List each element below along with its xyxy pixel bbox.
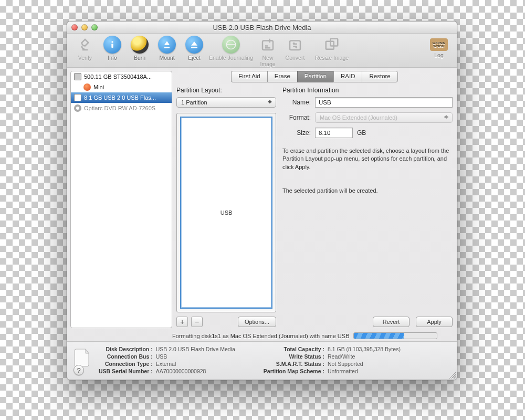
burn-icon: [131, 36, 149, 54]
new-image-icon: [259, 36, 277, 54]
partition-name-input[interactable]: [315, 97, 453, 108]
tab-erase[interactable]: Erase: [267, 71, 297, 82]
partition-size-input[interactable]: [315, 128, 353, 138]
optical-drive-icon: [74, 104, 81, 112]
resize-image-toolbar-button[interactable]: Resize Image: [309, 36, 355, 61]
disk-sidebar: 500.11 GB ST3500418A... Mini 8.1 GB USB …: [70, 71, 172, 328]
svg-rect-5: [290, 41, 300, 50]
progress-bar: [353, 332, 437, 339]
format-select[interactable]: Mac OS Extended (Journaled): [315, 112, 453, 123]
tab-restore[interactable]: Restore: [362, 71, 397, 82]
hard-drive-icon: [74, 73, 81, 80]
external-drive-icon: [74, 94, 81, 101]
resize-icon: [323, 36, 341, 54]
progress-status-text: Formatting disk1s1 as Mac OS Extended (J…: [172, 333, 349, 339]
add-partition-button[interactable]: +: [176, 317, 188, 327]
window-controls: [71, 24, 98, 30]
help-button[interactable]: ?: [74, 365, 84, 375]
new-image-toolbar-button[interactable]: New Image: [254, 36, 281, 67]
format-label: Format:: [282, 114, 311, 121]
tab-partition[interactable]: Partition: [297, 71, 333, 82]
partition-options-button[interactable]: Options...: [238, 317, 276, 327]
remove-partition-button[interactable]: −: [191, 317, 203, 327]
info-icon: [103, 36, 121, 54]
eject-toolbar-button[interactable]: Eject: [181, 36, 208, 61]
tab-bar: First Aid Erase Partition RAID Restore: [175, 71, 454, 82]
partition-layout-select[interactable]: 1 Partition: [176, 97, 276, 108]
titlebar: USB 2.0 USB Flash Drive Media: [67, 22, 457, 34]
microscope-icon: [76, 36, 94, 54]
eject-icon: [185, 36, 203, 54]
progress-fill: [354, 333, 404, 339]
log-toolbar-button[interactable]: WARNINW7E50! Log: [425, 36, 453, 58]
enable-journaling-toolbar-button[interactable]: Enable Journaling: [208, 36, 254, 61]
log-icon: WARNINW7E50!: [430, 38, 448, 51]
minimize-window-button[interactable]: [81, 24, 88, 30]
svg-point-0: [111, 41, 113, 43]
partition-help-text-1: To erase and partition the selected disk…: [282, 147, 453, 171]
partition-layout-section: Partition Layout: 1 Partition USB + − Op…: [176, 87, 276, 327]
size-unit: GB: [357, 129, 366, 136]
sidebar-disk-usb[interactable]: 8.1 GB USB 2.0 USB Flas...: [71, 92, 172, 103]
mount-icon: [158, 36, 176, 54]
partition-help-text-2: The selected partition will be created.: [282, 187, 453, 195]
burn-toolbar-button[interactable]: Burn: [126, 36, 153, 61]
volume-icon: [83, 83, 91, 91]
mount-toolbar-button[interactable]: Mount: [153, 36, 181, 61]
journaling-icon: [222, 36, 240, 54]
footer: Disk Description : USB 2.0 USB Flash Dri…: [67, 341, 457, 380]
zoom-window-button[interactable]: [91, 24, 98, 30]
sidebar-disk-dvd[interactable]: Optiarc DVD RW AD-7260S: [71, 103, 172, 113]
convert-icon: [286, 36, 304, 54]
convert-toolbar-button[interactable]: Convert: [281, 36, 309, 61]
resize-grip[interactable]: [448, 371, 456, 379]
tab-first-aid[interactable]: First Aid: [231, 71, 267, 82]
sidebar-volume-mini[interactable]: Mini: [71, 82, 172, 92]
disk-utility-window: USB 2.0 USB Flash Drive Media Verify Inf…: [67, 21, 457, 380]
tab-raid[interactable]: RAID: [333, 71, 362, 82]
disk-glyph-icon: [74, 346, 91, 368]
revert-button[interactable]: Revert: [373, 317, 410, 327]
sidebar-disk-0[interactable]: 500.11 GB ST3500418A...: [71, 71, 172, 82]
partition-info-heading: Partition Information: [282, 87, 453, 94]
disk-info-right: Total Capacity : 8.1 GB (8,103,395,328 B…: [264, 346, 401, 374]
svg-rect-1: [111, 44, 113, 48]
verify-toolbar-button[interactable]: Verify: [71, 36, 99, 61]
window-title: USB 2.0 USB Flash Drive Media: [67, 24, 457, 32]
svg-rect-2: [164, 47, 170, 48]
info-toolbar-button[interactable]: Info: [99, 36, 126, 61]
progress-row: Formatting disk1s1 as Mac OS Extended (J…: [67, 331, 457, 341]
partition-layout-heading: Partition Layout:: [176, 87, 276, 94]
size-label: Size:: [282, 129, 311, 136]
partition-visualizer[interactable]: USB: [176, 113, 276, 312]
disk-info-left: Disk Description : USB 2.0 USB Flash Dri…: [99, 346, 235, 374]
close-window-button[interactable]: [71, 24, 78, 30]
toolbar: Verify Info Burn Mount Eject: [67, 34, 457, 68]
name-label: Name:: [282, 99, 311, 106]
apply-button[interactable]: Apply: [416, 317, 453, 327]
main-panel: First Aid Erase Partition RAID Restore P…: [175, 71, 454, 328]
svg-rect-3: [191, 47, 197, 48]
partition-info-section: Partition Information Name: Format: Mac …: [282, 87, 453, 327]
partition-block[interactable]: USB: [180, 117, 272, 309]
